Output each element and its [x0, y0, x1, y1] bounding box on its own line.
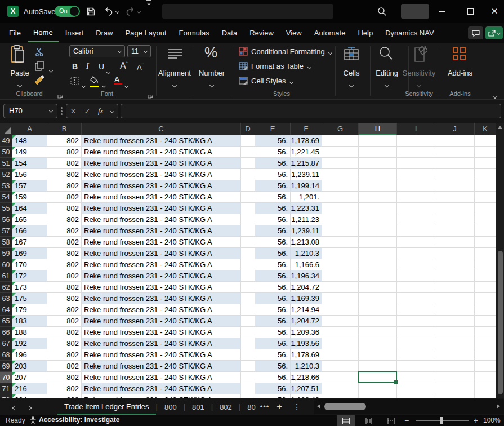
decrease-font-button[interactable]: Aˇ — [137, 63, 144, 72]
column-header-A[interactable]: A — [12, 123, 47, 135]
tab-home[interactable]: Home — [28, 23, 59, 42]
fill-color-dropdown-icon[interactable] — [102, 79, 105, 90]
cell-J63[interactable] — [435, 293, 475, 304]
cell-G65[interactable] — [322, 316, 359, 327]
copy-dropdown-icon[interactable] — [50, 64, 52, 74]
cell-K56[interactable] — [475, 214, 496, 225]
cell-H55[interactable] — [359, 203, 397, 214]
font-family-select[interactable]: Calibri — [69, 45, 125, 57]
cell-A57[interactable]: 166 — [12, 225, 47, 237]
tab-automate[interactable]: Automate — [309, 24, 351, 42]
paste-icon[interactable] — [9, 45, 26, 66]
cell-K51[interactable] — [475, 158, 496, 169]
row-header-55[interactable]: 55 — [0, 203, 12, 214]
cell-J69[interactable] — [435, 361, 475, 372]
cell-F69[interactable]: 1,210.3 — [291, 361, 322, 372]
cell-G56[interactable] — [322, 214, 359, 225]
cell-A54[interactable]: 159 — [12, 192, 47, 203]
cell-E59[interactable]: 56. — [255, 248, 291, 259]
cell-A63[interactable]: 175 — [12, 293, 47, 304]
cell-H66[interactable] — [359, 327, 397, 338]
cell-G62[interactable] — [322, 282, 359, 293]
underline-dropdown-icon[interactable] — [107, 66, 110, 76]
cell-C64[interactable]: Reke rund frossen 231 - 240 STK/KG A — [82, 304, 241, 316]
tab-draw[interactable]: Draw — [90, 24, 118, 42]
cell-K55[interactable] — [475, 203, 496, 214]
cell-F52[interactable]: 1,239.11 — [291, 169, 322, 180]
formula-input[interactable] — [121, 104, 501, 118]
cell-K53[interactable] — [475, 180, 496, 192]
format-as-table-button[interactable]: Format as Table — [251, 62, 311, 70]
number-button[interactable]: Number — [194, 69, 229, 77]
cell-H54[interactable] — [359, 192, 397, 203]
cell-B64[interactable]: 802 — [47, 304, 82, 316]
cell-E55[interactable]: 56. — [255, 203, 291, 214]
increase-font-button[interactable]: Aˆ — [120, 61, 128, 71]
editing-dropdown-icon[interactable] — [369, 79, 404, 89]
row-header-70[interactable]: 70 — [0, 372, 12, 383]
scroll-left-icon[interactable] — [317, 404, 320, 409]
cell-I59[interactable] — [397, 248, 435, 259]
cell-D58[interactable] — [241, 237, 255, 248]
cell-F65[interactable]: 1,204.72 — [291, 316, 322, 327]
cell-B69[interactable]: 802 — [47, 361, 82, 372]
cell-K54[interactable] — [475, 192, 496, 203]
cell-A71[interactable]: 216 — [12, 383, 47, 394]
cell-I58[interactable] — [397, 237, 435, 248]
cell-I69[interactable] — [397, 361, 435, 372]
share-button[interactable] — [485, 26, 503, 39]
column-header-E[interactable]: E — [255, 123, 291, 135]
cell-C58[interactable]: Reke rund frossen 231 - 240 STK/KG A — [82, 237, 241, 248]
sheet-tab-800[interactable]: 800 — [158, 399, 184, 414]
cell-F53[interactable]: 1,199.14 — [291, 180, 322, 192]
cell-G69[interactable] — [322, 361, 359, 372]
cell-E69[interactable]: 56. — [255, 361, 291, 372]
cell-H50[interactable] — [359, 147, 397, 158]
cell-G57[interactable] — [322, 225, 359, 237]
cell-B56[interactable]: 802 — [47, 214, 82, 225]
tab-file[interactable]: File — [3, 24, 26, 42]
cell-H60[interactable] — [359, 259, 397, 270]
more-sheets-button[interactable]: ••• — [258, 402, 272, 411]
tab-help[interactable]: Help — [352, 24, 378, 42]
cell-A60[interactable]: 170 — [12, 259, 47, 270]
column-header-G[interactable]: G — [322, 123, 359, 135]
enter-entry-icon[interactable]: ✓ — [84, 107, 90, 116]
cell-K65[interactable] — [475, 316, 496, 327]
cell-K62[interactable] — [475, 282, 496, 293]
cell-E49[interactable]: 56. — [255, 135, 291, 147]
row-header-69[interactable]: 69 — [0, 361, 12, 372]
cell-A55[interactable]: 164 — [12, 203, 47, 214]
cell-B50[interactable]: 802 — [47, 147, 82, 158]
cell-E52[interactable]: 56. — [255, 169, 291, 180]
sheet-tab-801[interactable]: 801 — [185, 399, 211, 414]
cell-J57[interactable] — [435, 225, 475, 237]
cell-F62[interactable]: 1,204.72 — [291, 282, 322, 293]
active-cell[interactable] — [358, 371, 397, 383]
search-icon[interactable] — [377, 0, 387, 23]
cell-B66[interactable]: 802 — [47, 327, 82, 338]
cell-I62[interactable] — [397, 282, 435, 293]
cell-J55[interactable] — [435, 203, 475, 214]
cell-F55[interactable]: 1,223.31 — [291, 203, 322, 214]
cell-J62[interactable] — [435, 282, 475, 293]
cell-K61[interactable] — [475, 270, 496, 282]
cell-C62[interactable]: Reke rund frossen 231 - 240 STK/KG A — [82, 282, 241, 293]
cell-I65[interactable] — [397, 316, 435, 327]
cell-E56[interactable]: 56. — [255, 214, 291, 225]
sheet-tab-80[interactable]: 80 — [240, 399, 257, 414]
close-button[interactable]: ✕ — [485, 0, 504, 23]
cell-B52[interactable]: 802 — [47, 169, 82, 180]
row-header-52[interactable]: 52 — [0, 169, 12, 180]
cell-J71[interactable] — [435, 383, 475, 394]
cell-J50[interactable] — [435, 147, 475, 158]
sheet-tab-active[interactable]: Trade Item Ledger Entries — [57, 398, 156, 415]
cell-K66[interactable] — [475, 327, 496, 338]
row-header-64[interactable]: 64 — [0, 304, 12, 316]
tab-insert[interactable]: Insert — [60, 24, 90, 42]
zoom-out-button[interactable]: − — [404, 416, 409, 425]
cell-A59[interactable]: 169 — [12, 248, 47, 259]
cell-D54[interactable] — [241, 192, 255, 203]
column-header-H[interactable]: H — [359, 123, 397, 135]
row-header-59[interactable]: 59 — [0, 248, 12, 259]
